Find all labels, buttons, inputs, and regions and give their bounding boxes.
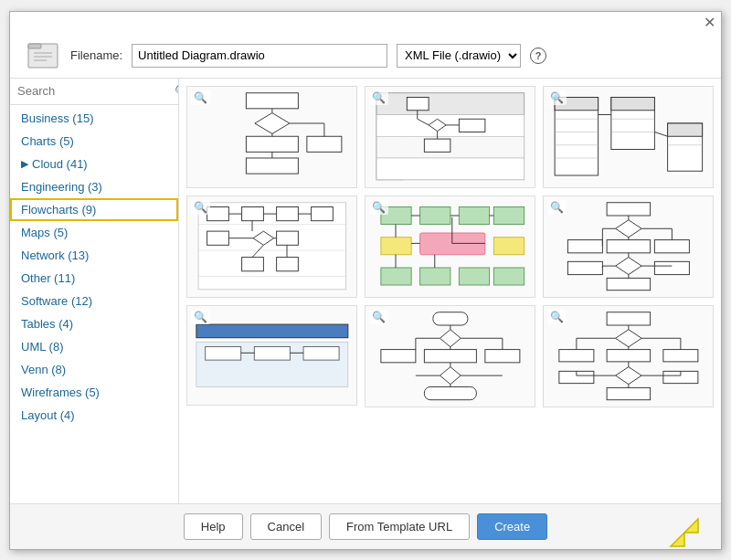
svg-marker-6	[255, 113, 290, 134]
cancel-button[interactable]: Cancel	[250, 513, 322, 540]
svg-rect-54	[276, 231, 298, 245]
zoom-icon-4: 🔍	[191, 200, 210, 215]
filename-input[interactable]	[132, 44, 387, 68]
sidebar-item-cloud[interactable]: ▶ Cloud (41)	[10, 153, 178, 175]
template-card-2[interactable]: 🔍	[365, 86, 535, 188]
search-input[interactable]	[17, 84, 171, 98]
template-card-3[interactable]: 🔍	[543, 86, 714, 188]
template-thumb-5	[366, 196, 535, 297]
help-button[interactable]: Help	[184, 513, 243, 540]
svg-rect-130	[607, 312, 651, 325]
filename-label: Filename:	[70, 48, 122, 62]
template-thumb-9	[544, 306, 713, 407]
zoom-icon-7: 🔍	[191, 310, 210, 324]
svg-rect-36	[611, 98, 655, 111]
svg-rect-85	[607, 203, 651, 216]
filetype-select[interactable]: XML File (.drawio) PNG File (.png) SVG F…	[397, 44, 521, 68]
template-card-5[interactable]: 🔍	[365, 195, 535, 298]
template-thumb-8	[366, 306, 535, 407]
from-template-url-button[interactable]: From Template URL	[329, 513, 470, 540]
sidebar-item-engineering[interactable]: Engineering (3)	[10, 175, 178, 198]
template-thumb-7	[187, 306, 356, 406]
sidebar-item-maps[interactable]: Maps (5)	[10, 221, 178, 244]
template-card-7[interactable]: 🔍	[186, 305, 357, 406]
zoom-icon-8: 🔍	[369, 310, 388, 324]
svg-marker-88	[615, 258, 641, 275]
svg-rect-73	[419, 268, 450, 285]
svg-rect-49	[241, 207, 263, 221]
category-list: Business (15) Charts (5) ▶ Cloud (41) En…	[10, 105, 178, 503]
zoom-icon-3: 🔍	[547, 90, 567, 105]
cloud-expand-icon: ▶	[21, 158, 28, 170]
template-card-6[interactable]: 🔍	[543, 195, 714, 298]
svg-rect-118	[381, 350, 416, 363]
zoom-icon-1: 🔍	[191, 90, 210, 105]
svg-rect-132	[559, 350, 594, 362]
svg-rect-90	[654, 240, 689, 253]
zoom-icon-2: 🔍	[369, 90, 388, 105]
svg-rect-72	[381, 268, 411, 285]
svg-rect-17	[376, 93, 524, 115]
sidebar-item-other[interactable]: Other (11)	[10, 267, 178, 290]
sidebar-item-venn[interactable]: Venn (8)	[10, 358, 178, 381]
svg-rect-1	[28, 44, 41, 48]
svg-rect-108	[205, 347, 240, 361]
svg-rect-21	[407, 98, 429, 111]
svg-rect-110	[303, 347, 339, 361]
svg-rect-55	[241, 258, 263, 271]
search-box: 🔍	[10, 79, 178, 105]
sidebar-item-tables[interactable]: Tables (4)	[10, 312, 178, 335]
zoom-icon-5: 🔍	[369, 200, 388, 215]
sidebar-item-wireframes[interactable]: Wireframes (5)	[10, 381, 178, 404]
help-icon-button[interactable]: ?	[530, 48, 546, 64]
sidebar-item-network[interactable]: Network (13)	[10, 244, 178, 267]
svg-marker-116	[440, 367, 461, 385]
sidebar-item-business[interactable]: Business (15)	[10, 107, 178, 130]
svg-rect-119	[485, 350, 520, 363]
sidebar-item-layout[interactable]: Layout (4)	[10, 404, 178, 427]
svg-rect-106	[196, 324, 348, 338]
svg-rect-52	[207, 231, 228, 245]
svg-rect-5	[246, 93, 298, 109]
svg-rect-87	[607, 240, 651, 253]
template-thumb-2	[366, 87, 535, 187]
template-thumb-1	[187, 87, 356, 187]
zoom-icon-6: 🔍	[547, 200, 567, 215]
zoom-icon-9: 🔍	[547, 310, 567, 324]
svg-rect-70	[381, 238, 411, 255]
template-card-4[interactable]: 🔍	[186, 195, 357, 298]
sidebar-item-software[interactable]: Software (12)	[10, 290, 178, 312]
svg-rect-71	[493, 238, 524, 255]
title-bar: ✕	[10, 12, 721, 34]
create-diagram-dialog: ✕ Filename: XML File (.drawio) PNG File …	[9, 11, 722, 550]
svg-rect-74	[459, 268, 489, 285]
footer-row: Help Cancel From Template URL Create	[10, 503, 721, 549]
template-card-9[interactable]: 🔍	[543, 305, 714, 407]
template-thumb-4	[187, 196, 356, 297]
template-card-1[interactable]: 🔍	[186, 86, 357, 188]
file-icon	[25, 41, 61, 70]
svg-marker-151	[671, 519, 698, 546]
sidebar-item-flowcharts[interactable]: Flowcharts (9)	[10, 198, 178, 221]
svg-rect-117	[424, 387, 476, 400]
svg-marker-114	[440, 330, 461, 347]
svg-marker-135	[615, 367, 641, 385]
sidebar-item-charts[interactable]: Charts (5)	[10, 130, 178, 153]
svg-rect-13	[307, 137, 342, 153]
svg-rect-93	[607, 279, 651, 291]
svg-rect-92	[567, 262, 602, 275]
svg-rect-67	[419, 207, 450, 225]
svg-rect-50	[276, 207, 298, 221]
svg-rect-20	[376, 158, 524, 180]
template-thumb-3	[544, 87, 713, 187]
main-content: 🔍 Business (15) Charts (5) ▶ Cloud (41) …	[10, 79, 721, 503]
svg-rect-24	[459, 120, 485, 132]
close-button[interactable]: ✕	[704, 16, 715, 30]
sidebar-item-uml[interactable]: UML (8)	[10, 335, 178, 358]
svg-marker-86	[615, 220, 641, 238]
create-button[interactable]: Create	[477, 513, 547, 540]
svg-rect-134	[663, 350, 698, 362]
svg-rect-56	[276, 258, 298, 271]
template-card-8[interactable]: 🔍	[365, 305, 535, 407]
svg-rect-51	[311, 207, 333, 221]
